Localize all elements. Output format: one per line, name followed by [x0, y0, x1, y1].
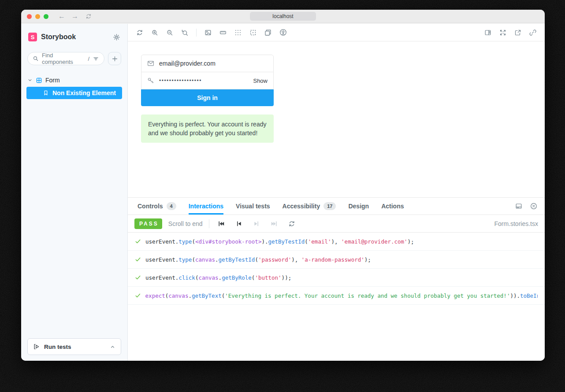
bookmark-icon	[43, 90, 49, 96]
open-new-tab-icon[interactable]	[512, 26, 524, 39]
sidebar-tree: Form Non Existing Element	[21, 65, 127, 99]
interaction-step[interactable]: userEvent.click(canvas.getByRole('button…	[128, 269, 545, 287]
interaction-code: userEvent.type(canvas.getByTestId('passw…	[145, 256, 371, 263]
tab-visual-tests[interactable]: Visual tests	[230, 198, 276, 214]
story-preview: email@provider.com ••••••••••••••••• Sho…	[128, 41, 545, 197]
check-icon	[135, 292, 141, 299]
tab-actions[interactable]: Actions	[375, 198, 410, 214]
tab-label: Controls	[138, 203, 163, 210]
go-to-end-icon[interactable]	[268, 218, 280, 229]
panel-tabs: Controls4InteractionsVisual testsAccessi…	[128, 198, 545, 215]
interactions-toolbar: PASS Scroll to end Form	[128, 215, 545, 233]
toggle-panel-orientation-icon[interactable]	[482, 26, 494, 39]
minimize-window-button[interactable]	[35, 14, 40, 19]
tab-label: Interactions	[189, 203, 223, 210]
storybook-logo-icon: S	[28, 33, 37, 41]
storybook-brand[interactable]: S Storybook	[28, 33, 76, 41]
reload-icon[interactable]	[85, 13, 92, 19]
tab-interactions[interactable]: Interactions	[182, 198, 230, 214]
tab-label: Actions	[381, 203, 404, 210]
settings-gear-icon[interactable]	[113, 33, 120, 41]
back-icon[interactable]: ←	[58, 13, 65, 20]
search-placeholder: Find components	[42, 52, 85, 65]
interaction-code: userEvent.click(canvas.getByRole('button…	[145, 274, 291, 281]
tab-design[interactable]: Design	[342, 198, 375, 214]
tree-group-label: Form	[45, 77, 60, 84]
sidebar: S Storybook Find components /	[21, 24, 128, 361]
tab-badge: 17	[323, 202, 336, 210]
browser-window: ← → localhost S Storybook	[21, 10, 545, 361]
search-input[interactable]: Find components /	[27, 52, 104, 65]
filter-icon[interactable]	[93, 55, 99, 62]
viewports-icon[interactable]	[262, 26, 274, 39]
close-panel-icon[interactable]	[528, 200, 540, 212]
sidebar-search-row: Find components /	[21, 45, 127, 65]
fullscreen-icon[interactable]	[497, 26, 509, 39]
storybook-app: S Storybook Find components /	[21, 24, 545, 361]
step-back-icon[interactable]	[233, 218, 245, 229]
password-masked-value: •••••••••••••••••	[159, 78, 248, 84]
component-icon	[36, 77, 42, 84]
interactions-list: userEvent.type(<div#storybook-root>).get…	[128, 233, 545, 361]
background-icon[interactable]	[202, 26, 214, 39]
plus-icon	[112, 55, 118, 62]
password-field[interactable]: ••••••••••••••••• Show	[141, 72, 274, 89]
key-icon	[147, 77, 154, 84]
envelope-icon	[147, 60, 154, 67]
sidebar-item-form[interactable]: Form	[24, 75, 125, 85]
sidebar-item-non-existing-element[interactable]: Non Existing Element	[26, 87, 122, 99]
tab-label: Accessibility	[282, 203, 320, 210]
tabs-list: Controls4InteractionsVisual testsAccessi…	[131, 198, 410, 214]
grid-icon[interactable]	[232, 26, 244, 39]
screenshot-stage: ← → localhost S Storybook	[0, 0, 565, 392]
sidebar-header: S Storybook	[21, 24, 127, 45]
run-tests-icon	[33, 343, 40, 350]
email-value: email@provider.com	[159, 60, 216, 67]
main-area: email@provider.com ••••••••••••••••• Sho…	[128, 24, 545, 361]
tab-controls[interactable]: Controls4	[131, 198, 182, 214]
zoom-in-icon[interactable]	[149, 26, 161, 39]
canvas-toolbar	[128, 24, 545, 41]
panel-position-icon[interactable]	[513, 200, 525, 212]
check-icon	[135, 274, 141, 281]
rerun-icon[interactable]	[286, 218, 297, 229]
check-icon	[135, 256, 141, 263]
interaction-step[interactable]: expect(canvas.getByText('Everything is p…	[128, 287, 545, 305]
interaction-step[interactable]: userEvent.type(canvas.getByTestId('passw…	[128, 251, 545, 269]
search-shortcut: /	[88, 55, 89, 62]
panel-tabbar-right	[511, 200, 541, 212]
toolbar-divider	[196, 29, 197, 37]
interaction-code: expect(canvas.getByText('Everything is p…	[145, 292, 538, 299]
measure-icon[interactable]	[217, 26, 229, 39]
copy-link-icon[interactable]	[527, 26, 539, 39]
step-forward-icon[interactable]	[251, 218, 262, 229]
brand-title: Storybook	[41, 33, 76, 41]
chevron-up-icon[interactable]	[110, 344, 115, 350]
remount-icon[interactable]	[134, 26, 146, 39]
story-file-name: Form.stories.tsx	[494, 220, 538, 227]
maximize-window-button[interactable]	[44, 14, 48, 19]
forward-icon[interactable]: →	[71, 13, 78, 20]
story-label: Non Existing Element	[52, 89, 116, 96]
run-tests-button[interactable]: Run tests	[27, 338, 121, 355]
show-password-button[interactable]: Show	[253, 78, 268, 84]
success-message: Everything is perfect. Your account is r…	[141, 115, 274, 143]
email-field[interactable]: email@provider.com	[141, 55, 274, 72]
tab-accessibility[interactable]: Accessibility17	[276, 198, 342, 214]
check-icon	[135, 238, 141, 244]
browser-chrome: ← → localhost	[21, 10, 545, 23]
address-bar[interactable]: localhost	[250, 12, 316, 21]
close-window-button[interactable]	[27, 14, 32, 19]
scroll-to-end-button[interactable]: Scroll to end	[168, 220, 203, 227]
sign-in-button[interactable]: Sign in	[141, 89, 274, 106]
tab-label: Design	[348, 203, 369, 210]
interaction-code: userEvent.type(<div#storybook-root>).get…	[145, 238, 414, 245]
signin-form: email@provider.com ••••••••••••••••• Sho…	[141, 55, 274, 106]
interaction-step[interactable]: userEvent.type(<div#storybook-root>).get…	[128, 233, 545, 251]
outline-icon[interactable]	[247, 26, 259, 39]
zoom-reset-icon[interactable]	[178, 26, 191, 39]
go-to-start-icon[interactable]	[216, 218, 227, 229]
accessibility-icon[interactable]	[277, 26, 289, 39]
zoom-out-icon[interactable]	[164, 26, 176, 39]
create-story-button[interactable]	[108, 52, 121, 65]
